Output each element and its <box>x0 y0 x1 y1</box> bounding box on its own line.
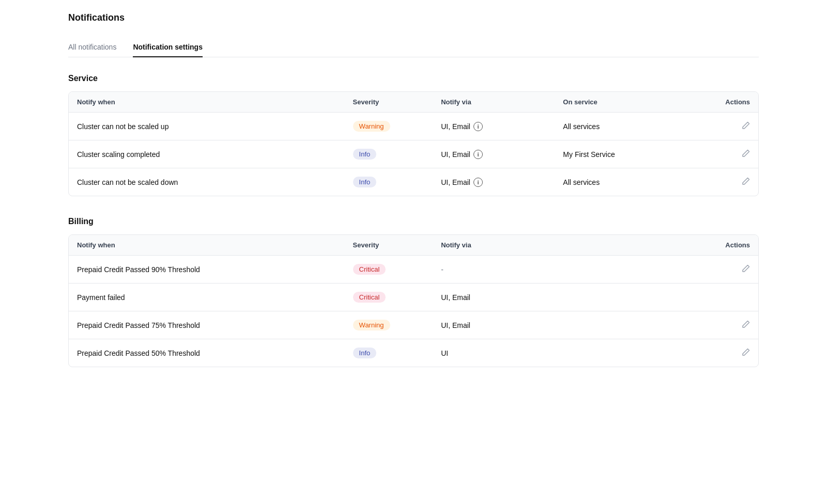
page-title: Notifications <box>68 12 759 23</box>
notify-via-cell: UI, Emaili <box>441 122 546 131</box>
cell-notify-when: Prepaid Credit Passed 75% Threshold <box>69 311 345 339</box>
cell-notify-via: UI, Emaili <box>433 168 555 196</box>
cell-notify-when: Cluster can not be scaled up <box>69 113 345 140</box>
badge-warning: Warning <box>353 320 390 330</box>
badge-info: Info <box>353 348 377 358</box>
notify-via-cell: UI, Email <box>441 293 546 302</box>
cell-notify-when: Cluster scaling completed <box>69 140 345 168</box>
header-severity: Severity <box>345 92 433 113</box>
cell-actions <box>704 168 758 196</box>
cell-on-service: All services <box>555 113 704 140</box>
table-header-row: Notify whenSeverityNotify viaOn serviceA… <box>69 92 758 113</box>
badge-info: Info <box>353 149 377 160</box>
cell-on-service <box>555 256 704 284</box>
header-notify-when: Notify when <box>69 92 345 113</box>
notify-via-text: UI, Email <box>441 150 470 159</box>
notify-via-cell: UI, Emaili <box>441 178 546 187</box>
notify-via-text: UI, Email <box>441 321 470 329</box>
cell-notify-when: Cluster can not be scaled down <box>69 168 345 196</box>
header-severity: Severity <box>345 235 433 256</box>
cell-notify-via: - <box>433 256 555 284</box>
cell-notify-when: Payment failed <box>69 284 345 311</box>
notify-via-cell: UI, Email <box>441 321 546 329</box>
cell-severity: Critical <box>345 256 433 284</box>
info-icon[interactable]: i <box>473 150 483 159</box>
notify-via-dash: - <box>441 265 443 274</box>
badge-info: Info <box>353 177 377 187</box>
notify-via-text: UI, Email <box>441 293 470 302</box>
notify-via-text: UI, Email <box>441 178 470 186</box>
edit-button[interactable] <box>742 321 750 330</box>
edit-button[interactable] <box>742 349 750 358</box>
cell-on-service <box>555 311 704 339</box>
table-billing: Notify whenSeverityNotify viaActionsPrep… <box>69 235 758 367</box>
cell-actions <box>704 140 758 168</box>
header-on-service: On service <box>555 92 704 113</box>
cell-on-service: All services <box>555 168 704 196</box>
section-title-billing: Billing <box>68 217 759 226</box>
info-icon[interactable]: i <box>473 178 483 187</box>
cell-actions <box>704 113 758 140</box>
cell-on-service <box>555 339 704 367</box>
table-service: Notify whenSeverityNotify viaOn serviceA… <box>69 92 758 196</box>
cell-on-service: My First Service <box>555 140 704 168</box>
cell-notify-via: UI, Emaili <box>433 140 555 168</box>
cell-actions <box>704 284 758 311</box>
table-row: Prepaid Credit Passed 90% ThresholdCriti… <box>69 256 758 284</box>
cell-notify-when: Prepaid Credit Passed 90% Threshold <box>69 256 345 284</box>
table-wrapper-billing: Notify whenSeverityNotify viaActionsPrep… <box>68 234 759 367</box>
table-row: Payment failedCriticalUI, Email <box>69 284 758 311</box>
header-actions: Actions <box>704 92 758 113</box>
table-wrapper-service: Notify whenSeverityNotify viaOn serviceA… <box>68 91 759 196</box>
cell-severity: Info <box>345 339 433 367</box>
cell-severity: Info <box>345 168 433 196</box>
notify-via-text: UI, Email <box>441 122 470 131</box>
section-service: ServiceNotify whenSeverityNotify viaOn s… <box>68 74 759 196</box>
edit-button[interactable] <box>742 150 750 159</box>
header-notify-when: Notify when <box>69 235 345 256</box>
info-icon[interactable]: i <box>473 122 483 131</box>
header-notify-via: Notify via <box>433 92 555 113</box>
table-row: Cluster can not be scaled upWarningUI, E… <box>69 113 758 140</box>
cell-severity: Info <box>345 140 433 168</box>
tab-all-notifications[interactable]: All notifications <box>68 38 116 57</box>
cell-notify-via: UI, Email <box>433 284 555 311</box>
tab-notification-settings[interactable]: Notification settings <box>133 38 203 57</box>
edit-button[interactable] <box>742 265 750 274</box>
table-header-row: Notify whenSeverityNotify viaActions <box>69 235 758 256</box>
notify-via-text: UI <box>441 349 448 357</box>
cell-notify-when: Prepaid Credit Passed 50% Threshold <box>69 339 345 367</box>
cell-notify-via: UI <box>433 339 555 367</box>
badge-critical: Critical <box>353 292 386 303</box>
notify-via-cell: UI <box>441 349 546 357</box>
table-row: Cluster can not be scaled downInfoUI, Em… <box>69 168 758 196</box>
cell-on-service <box>555 284 704 311</box>
edit-button[interactable] <box>742 178 750 187</box>
cell-actions <box>704 311 758 339</box>
badge-warning: Warning <box>353 121 390 132</box>
sections-container: ServiceNotify whenSeverityNotify viaOn s… <box>68 74 759 367</box>
header-on-service <box>555 235 704 256</box>
notify-via-cell: UI, Emaili <box>441 150 546 159</box>
table-row: Prepaid Credit Passed 75% ThresholdWarni… <box>69 311 758 339</box>
badge-critical: Critical <box>353 264 386 275</box>
cell-actions <box>704 339 758 367</box>
table-row: Cluster scaling completedInfoUI, EmailiM… <box>69 140 758 168</box>
page-container: Notifications All notifications Notifica… <box>52 0 775 400</box>
cell-severity: Critical <box>345 284 433 311</box>
cell-notify-via: UI, Email <box>433 311 555 339</box>
section-title-service: Service <box>68 74 759 83</box>
cell-actions <box>704 256 758 284</box>
header-notify-via: Notify via <box>433 235 555 256</box>
tabs-bar: All notifications Notification settings <box>68 38 759 57</box>
cell-severity: Warning <box>345 311 433 339</box>
table-row: Prepaid Credit Passed 50% ThresholdInfoU… <box>69 339 758 367</box>
cell-severity: Warning <box>345 113 433 140</box>
header-actions: Actions <box>704 235 758 256</box>
cell-notify-via: UI, Emaili <box>433 113 555 140</box>
edit-button[interactable] <box>742 122 750 131</box>
section-billing: BillingNotify whenSeverityNotify viaActi… <box>68 217 759 367</box>
